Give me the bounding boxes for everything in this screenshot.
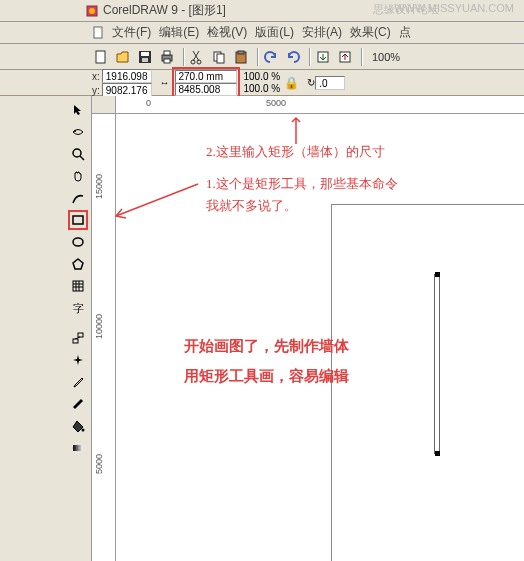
redo-button[interactable] — [284, 48, 302, 66]
export-button[interactable] — [336, 48, 354, 66]
svg-point-18 — [74, 130, 76, 132]
menu-layout[interactable]: 版面(L) — [255, 24, 294, 41]
outline-tool[interactable] — [68, 394, 88, 414]
svg-point-19 — [73, 149, 81, 157]
rotation-value[interactable]: .0 — [315, 76, 345, 90]
menu-edit[interactable]: 编辑(E) — [159, 24, 199, 41]
svg-rect-6 — [142, 58, 148, 62]
lock-icon[interactable]: 🔒 — [284, 76, 299, 90]
svg-rect-28 — [73, 445, 83, 451]
drawing-page — [331, 204, 524, 561]
canvas-area: 0 5000 15000 10000 5000 2.这里输入矩形（墙体）的尺寸 … — [92, 96, 524, 561]
property-bar: x:1916.098 y:9082.176 ↔ 270.0 mm 8485.00… — [0, 70, 524, 96]
zoom-tool[interactable] — [68, 144, 88, 164]
dimensions-highlight: 270.0 mm 8485.008 mm — [172, 67, 240, 99]
tick: 0 — [146, 98, 151, 108]
menu-arrange[interactable]: 安排(A) — [302, 24, 342, 41]
copy-button[interactable] — [210, 48, 228, 66]
line-tool[interactable] — [68, 188, 88, 208]
separator — [257, 48, 259, 66]
text-tool[interactable]: 字 — [68, 298, 88, 318]
doc-icon — [92, 26, 106, 40]
canvas[interactable]: 2.这里输入矩形（墙体）的尺寸 1.这个是矩形工具，那些基本命令 我就不多说了。… — [116, 114, 524, 561]
x-label: x: — [92, 71, 100, 82]
print-button[interactable] — [158, 48, 176, 66]
menu-file[interactable]: 文件(F) — [112, 24, 151, 41]
separator — [309, 48, 311, 66]
height-value[interactable]: 8485.008 mm — [175, 83, 237, 96]
x-value[interactable]: 1916.098 — [102, 69, 152, 83]
svg-rect-25 — [73, 339, 78, 343]
y-value[interactable]: 9082.176 — [102, 83, 152, 97]
scale-w[interactable]: 100.0 — [244, 71, 269, 82]
shape-tool[interactable] — [68, 122, 88, 142]
size-icon: ↔ — [160, 77, 170, 88]
rotate-icon: ↻ — [307, 77, 315, 88]
width-value[interactable]: 270.0 mm — [175, 70, 237, 83]
separator — [183, 48, 185, 66]
svg-rect-26 — [78, 333, 83, 337]
svg-rect-13 — [217, 54, 224, 63]
menu-bar: 文件(F) 编辑(E) 检视(V) 版面(L) 安排(A) 效果(C) 点 — [0, 22, 524, 44]
annotation-1b: 我就不多说了。 — [206, 196, 297, 217]
svg-rect-15 — [238, 51, 244, 54]
menu-effects[interactable]: 效果(C) — [350, 24, 391, 41]
hand-tool[interactable] — [68, 166, 88, 186]
polygon-tool[interactable] — [68, 254, 88, 274]
annotation-2: 2.这里输入矩形（墙体）的尺寸 — [206, 142, 385, 163]
handle-bottom[interactable] — [435, 451, 440, 456]
window-title: CorelDRAW 9 - [图形1] — [103, 2, 226, 19]
ellipse-tool[interactable] — [68, 232, 88, 252]
svg-marker-22 — [73, 259, 83, 269]
save-button[interactable] — [136, 48, 154, 66]
svg-rect-9 — [164, 59, 170, 63]
cut-button[interactable] — [188, 48, 206, 66]
grid-tool[interactable] — [68, 276, 88, 296]
tick: 10000 — [94, 314, 104, 339]
svg-rect-5 — [141, 52, 149, 56]
scale-h[interactable]: 100.0 — [244, 83, 269, 94]
open-button[interactable] — [114, 48, 132, 66]
y-label: y: — [92, 85, 100, 96]
svg-point-21 — [73, 238, 83, 246]
rotation-group: ↻ .0 — [307, 76, 345, 90]
ruler-corner — [92, 96, 116, 114]
annotation-1: 1.这个是矩形工具，那些基本命令 — [206, 174, 398, 195]
arrow-1 — [108, 176, 208, 226]
annotation-main-1: 开始画图了，先制作墙体 — [184, 334, 349, 358]
watermark-url: WWW.MISSYUAN.COM — [394, 2, 514, 14]
tick: 5000 — [94, 454, 104, 474]
scale-group: 100.0 % 100.0 % — [244, 71, 281, 95]
handle-top[interactable] — [435, 272, 440, 277]
svg-rect-3 — [96, 51, 105, 63]
pick-tool[interactable] — [68, 100, 88, 120]
app-icon — [85, 4, 99, 18]
tick: 15000 — [94, 174, 104, 199]
zoom-level[interactable]: 100% — [372, 51, 400, 63]
separator — [361, 48, 363, 66]
fill-tool[interactable] — [68, 416, 88, 436]
svg-point-1 — [89, 8, 95, 14]
work-area: 字 0 5000 15000 10000 5000 2.这里输入矩形（墙体）的尺… — [0, 96, 524, 561]
wall-shape[interactable] — [434, 274, 440, 454]
main-toolbar: 100% — [0, 44, 524, 70]
annotation-main-2: 用矩形工具画，容易编辑 — [184, 364, 349, 388]
eyedropper-tool[interactable] — [68, 372, 88, 392]
import-button[interactable] — [314, 48, 332, 66]
menu-extra[interactable]: 点 — [399, 24, 411, 41]
effects-tool[interactable] — [68, 350, 88, 370]
undo-button[interactable] — [262, 48, 280, 66]
svg-text:字: 字 — [73, 302, 84, 314]
svg-rect-20 — [73, 216, 83, 224]
blend-tool[interactable] — [68, 328, 88, 348]
rectangle-tool[interactable] — [68, 210, 88, 230]
interactive-fill-tool[interactable] — [68, 438, 88, 458]
paste-button[interactable] — [232, 48, 250, 66]
menu-view[interactable]: 检视(V) — [207, 24, 247, 41]
new-button[interactable] — [92, 48, 110, 66]
svg-rect-23 — [73, 281, 83, 291]
svg-rect-8 — [164, 51, 170, 55]
toolbox: 字 — [0, 96, 92, 561]
position-group: x:1916.098 y:9082.176 — [92, 69, 156, 97]
svg-point-27 — [82, 429, 85, 432]
